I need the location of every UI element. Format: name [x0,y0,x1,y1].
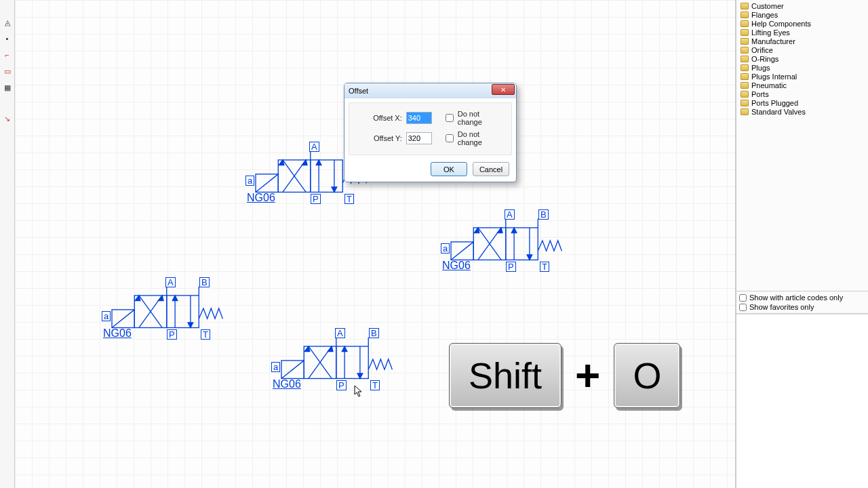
tree-item-label: Ports Plugged [751,99,798,107]
tree-item[interactable]: Flanges [739,10,865,19]
dialog-titlebar[interactable]: Offset ✕ [344,83,516,98]
tool-icon[interactable]: ⌐ [2,49,13,60]
svg-marker-47 [328,346,333,352]
folder-icon [741,3,749,9]
svg-marker-52 [357,373,363,379]
offset-x-label: Offset X: [356,114,402,122]
folder-icon [741,47,749,54]
tool-icon[interactable]: • [2,33,13,44]
keycap-shift: Shift [449,343,561,408]
symbol-label: a [441,243,450,253]
tree-item[interactable]: Ports Plugged [739,98,865,107]
svg-marker-51 [342,346,347,352]
offset-y-input[interactable] [406,132,432,144]
folder-icon [741,20,749,27]
filter-article-codes-checkbox[interactable] [739,294,747,302]
symbol-label: a [245,176,254,186]
filter-favorites-checkbox[interactable] [739,304,747,311]
symbol-label: a [271,362,280,372]
folder-icon [741,73,749,80]
svg-rect-15 [506,228,538,260]
library-tree: CustomerFlangesHelp ComponentsLifting Ey… [736,0,868,117]
library-panel: CustomerFlangesHelp ComponentsLifting Ey… [736,0,868,488]
tree-item-label: O-Rings [751,55,778,63]
symbol-label: T [540,262,549,272]
left-toolbar: ◬ • ⌐ ▭ ▦ ↘ [0,0,15,488]
preview-pane [736,314,868,488]
tree-item-label: Ports [751,90,769,98]
symbol-label: A [309,142,319,152]
tool-icon[interactable]: ◬ [2,17,13,28]
svg-marker-10 [316,160,321,165]
tree-item[interactable]: Manufacturer [739,37,865,45]
symbol-label: NG06 [103,327,132,340]
symbol-label: P [311,194,321,204]
svg-marker-34 [135,296,140,301]
tree-item[interactable]: Pneumatic [739,81,865,89]
svg-line-44 [281,361,304,379]
tree-item[interactable]: Ports [739,89,865,98]
tree-item[interactable]: Orifice [739,45,865,54]
drawing-canvas[interactable]: AaPTNG06 ABaPTNG06 [15,0,736,488]
svg-marker-48 [304,346,310,352]
svg-marker-19 [497,228,502,233]
tree-item[interactable]: Plugs Internal [739,72,865,81]
offset-y-nochange-checkbox[interactable] [446,134,454,142]
tree-item-label: Standard Valves [751,108,806,116]
symbol-label: B [538,209,549,220]
svg-marker-37 [172,296,178,301]
tree-item-label: Flanges [751,11,778,19]
symbol-label: P [336,380,347,390]
symbol-label: a [102,311,111,321]
tree-item-label: Lifting Eyes [751,28,790,37]
offset-x-input[interactable] [406,112,432,124]
tree-item[interactable]: Lifting Eyes [739,28,865,37]
tool-icon[interactable]: ▭ [2,66,13,77]
svg-line-30 [112,310,134,328]
offset-y-label: Offset Y: [356,134,402,142]
svg-rect-29 [167,296,199,328]
tree-item[interactable]: Customer [739,1,865,10]
tree-item-label: Plugs Internal [751,73,797,81]
close-icon[interactable]: ✕ [492,84,515,95]
symbol-label: A [335,328,345,338]
svg-marker-20 [474,228,479,233]
tree-item-label: Orifice [751,46,773,54]
svg-marker-6 [302,160,307,165]
filter-article-codes-label: Show with article codes only [749,293,843,302]
tree-item[interactable]: Plugs [739,63,865,72]
dialog-title: Offset [349,87,368,95]
offset-x-nochange-checkbox[interactable] [446,114,454,122]
folder-icon [741,108,749,115]
tree-item-label: Help Components [751,20,811,28]
tree-item-label: Plugs [751,64,770,72]
tree-item[interactable]: Standard Valves [739,107,865,116]
offset-y-nochange-label: Do not change [458,130,505,146]
offset-dialog: Offset ✕ Offset X: Do not change Offset … [344,83,517,182]
folder-icon [741,56,749,62]
filter-favorites-label: Show favorites only [749,303,814,311]
symbol-label: NG06 [247,192,275,204]
svg-marker-7 [279,160,284,165]
svg-marker-38 [188,323,193,328]
valve-symbol[interactable]: ABaPTNG06 [438,208,567,272]
svg-line-3 [256,174,278,192]
symbol-label: B [369,328,379,338]
tree-item-label: Customer [751,2,784,10]
offset-x-nochange-label: Do not change [458,110,505,126]
svg-marker-33 [158,296,163,301]
plus-icon: + [575,350,600,401]
symbol-label: T [370,380,380,390]
valve-symbol[interactable]: ABaPTNG06 [99,276,228,340]
tool-icon[interactable]: ▦ [2,82,13,93]
ok-button[interactable]: OK [431,162,467,176]
tool-icon[interactable]: ↘ [2,113,13,124]
keycap-o: O [614,343,680,408]
tree-item[interactable]: O-Rings [739,54,865,63]
folder-icon [741,12,749,18]
svg-rect-43 [336,346,369,378]
cancel-button[interactable]: Cancel [473,162,509,176]
valve-symbol[interactable]: ABaPTNG06 [269,327,397,391]
tree-item[interactable]: Help Components [739,19,865,28]
folder-icon [741,29,749,36]
